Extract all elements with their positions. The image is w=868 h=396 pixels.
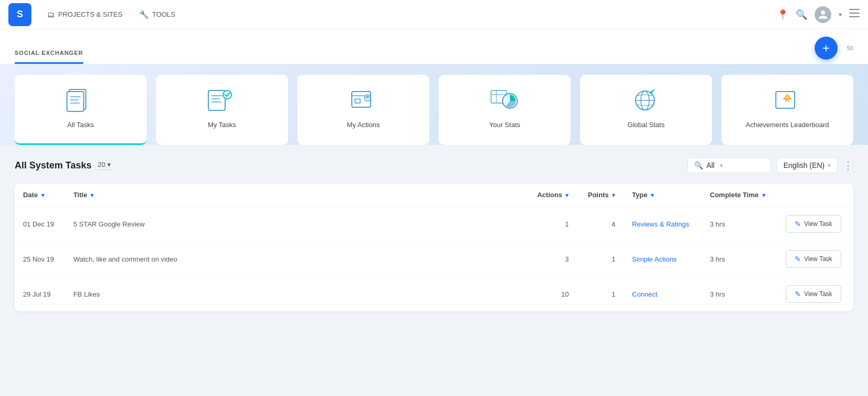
view-task-button-0[interactable]: ✎ View Task bbox=[786, 215, 841, 233]
cell-title-0: 5 STAR Google Review bbox=[65, 207, 526, 242]
avatar[interactable] bbox=[815, 6, 831, 23]
cell-complete-1: 3 hrs bbox=[702, 242, 777, 277]
card-icon-all-tasks bbox=[65, 87, 96, 114]
language-chevron-icon: ▾ bbox=[828, 162, 831, 169]
search-filter[interactable]: 🔍 All ▾ bbox=[687, 157, 771, 173]
col-title[interactable]: Title ▾ bbox=[65, 184, 526, 207]
complete-sort-icon: ▾ bbox=[762, 192, 765, 198]
type-link-2[interactable]: Connect bbox=[632, 290, 657, 298]
type-link-0[interactable]: Reviews & Ratings bbox=[632, 220, 689, 228]
view-task-icon-1: ✎ bbox=[795, 255, 801, 263]
card-icon-your-stats bbox=[489, 87, 520, 114]
svg-rect-15 bbox=[355, 99, 360, 103]
language-select[interactable]: English (EN) ▾ bbox=[776, 157, 838, 173]
topnav-right: 📍 🔍 ▾ bbox=[777, 6, 860, 23]
cell-actions-1: 3 bbox=[526, 242, 577, 277]
card-icon-achievements-leaderboard bbox=[772, 87, 803, 114]
page-title: SOCIAL EXCHANGER bbox=[15, 50, 83, 64]
svg-rect-1 bbox=[849, 13, 860, 14]
location-icon[interactable]: 📍 bbox=[777, 9, 788, 20]
cell-type-1: Simple Actions bbox=[624, 242, 702, 277]
table-title: All System Tasks bbox=[15, 160, 92, 171]
svg-point-17 bbox=[367, 97, 369, 99]
cell-type-0: Reviews & Ratings bbox=[624, 207, 702, 242]
cell-btn-1: ✎ View Task bbox=[777, 242, 853, 277]
svg-rect-8 bbox=[208, 90, 225, 110]
card-your-stats[interactable]: Your Stats bbox=[439, 75, 571, 145]
page-header: SOCIAL EXCHANGER + 50 bbox=[0, 29, 868, 64]
link-icon-projects-sites: 🗂 bbox=[47, 10, 55, 19]
card-my-tasks[interactable]: My Tasks bbox=[156, 75, 288, 145]
title-sort-icon: ▾ bbox=[91, 192, 94, 198]
col-action-btn bbox=[777, 184, 853, 207]
cell-date-0: 01 Dec 19 bbox=[15, 207, 65, 242]
cell-type-2: Connect bbox=[624, 277, 702, 312]
more-options-button[interactable]: ⋮ bbox=[843, 159, 853, 172]
card-label-achievements-leaderboard: Achievements Leaderboard bbox=[746, 121, 829, 129]
card-my-actions[interactable]: My Actions bbox=[297, 75, 429, 145]
table-row: 25 Nov 19 Watch, like and comment on vid… bbox=[15, 242, 853, 277]
view-task-button-1[interactable]: ✎ View Task bbox=[786, 250, 841, 268]
cell-points-2: 1 bbox=[577, 277, 624, 312]
cell-actions-0: 1 bbox=[526, 207, 577, 242]
cell-points-0: 4 bbox=[577, 207, 624, 242]
tasks-table: Date ▾ Title ▾ Actions ▾ Points ▾ bbox=[15, 184, 853, 311]
cards-row: All Tasks My Tasks My Actions bbox=[15, 75, 853, 145]
card-icon-global-stats bbox=[630, 87, 662, 114]
cell-complete-0: 3 hrs bbox=[702, 207, 777, 242]
svg-rect-2 bbox=[849, 16, 860, 17]
filter-all-label: All bbox=[706, 161, 715, 169]
language-label: English (EN) bbox=[783, 161, 825, 169]
per-page-select[interactable]: 20 ▾ bbox=[98, 161, 111, 170]
cell-complete-2: 3 hrs bbox=[702, 277, 777, 312]
table-row: 29 Jul 19 FB Likes 10 1 Connect 3 hrs ✎ … bbox=[15, 277, 853, 312]
table-header-row: Date ▾ Title ▾ Actions ▾ Points ▾ bbox=[15, 184, 853, 207]
svg-rect-26 bbox=[776, 92, 795, 108]
col-actions[interactable]: Actions ▾ bbox=[526, 184, 577, 207]
cell-title-2: FB Likes bbox=[65, 277, 526, 312]
card-achievements-leaderboard[interactable]: Achievements Leaderboard bbox=[721, 75, 853, 145]
user-chevron-icon[interactable]: ▾ bbox=[839, 11, 842, 18]
table-filters: 🔍 All ▾ English (EN) ▾ ⋮ bbox=[687, 157, 853, 173]
filter-search-icon: 🔍 bbox=[694, 161, 703, 169]
cell-title-1: Watch, like and comment on video bbox=[65, 242, 526, 277]
col-date[interactable]: Date ▾ bbox=[15, 184, 65, 207]
topnav: S 🗂PROJECTS & SITES🔧TOOLS 📍 🔍 ▾ bbox=[0, 0, 868, 29]
col-points[interactable]: Points ▾ bbox=[577, 184, 624, 207]
search-icon[interactable]: 🔍 bbox=[796, 9, 807, 20]
card-icon-my-actions bbox=[348, 87, 379, 114]
svg-point-12 bbox=[223, 90, 231, 99]
topnav-link-projects-sites[interactable]: 🗂PROJECTS & SITES bbox=[40, 6, 130, 24]
points-sort-icon: ▾ bbox=[612, 192, 615, 198]
card-global-stats[interactable]: Global Stats bbox=[580, 75, 712, 145]
badge: 50 bbox=[847, 45, 853, 51]
view-task-button-2[interactable]: ✎ View Task bbox=[786, 285, 841, 303]
svg-rect-4 bbox=[67, 92, 84, 111]
date-sort-icon: ▾ bbox=[41, 192, 44, 198]
link-icon-tools: 🔧 bbox=[139, 10, 149, 19]
hamburger-icon[interactable] bbox=[849, 9, 860, 20]
topnav-link-tools[interactable]: 🔧TOOLS bbox=[132, 6, 183, 24]
card-label-all-tasks: All Tasks bbox=[67, 121, 94, 129]
card-label-my-tasks: My Tasks bbox=[208, 121, 236, 129]
card-label-my-actions: My Actions bbox=[347, 121, 380, 129]
main-content: All System Tasks 20 ▾ 🔍 All ▾ English (E… bbox=[0, 145, 868, 324]
card-all-tasks[interactable]: All Tasks bbox=[15, 75, 147, 145]
table-header: All System Tasks 20 ▾ 🔍 All ▾ English (E… bbox=[15, 157, 853, 173]
actions-sort-icon: ▾ bbox=[565, 192, 569, 198]
col-complete-time[interactable]: Complete Time ▾ bbox=[702, 184, 777, 207]
cell-btn-2: ✎ View Task bbox=[777, 277, 853, 312]
type-link-1[interactable]: Simple Actions bbox=[632, 255, 676, 263]
view-task-icon-0: ✎ bbox=[795, 220, 801, 228]
cell-points-1: 1 bbox=[577, 242, 624, 277]
per-page-chevron-icon: ▾ bbox=[107, 161, 111, 168]
filter-chevron-icon: ▾ bbox=[720, 162, 723, 169]
add-button[interactable]: + bbox=[815, 37, 838, 60]
table-row: 01 Dec 19 5 STAR Google Review 1 4 Revie… bbox=[15, 207, 853, 242]
svg-rect-0 bbox=[849, 9, 860, 10]
view-task-icon-2: ✎ bbox=[795, 290, 801, 298]
col-type[interactable]: Type ▾ bbox=[624, 184, 702, 207]
type-sort-icon: ▾ bbox=[651, 192, 654, 198]
logo[interactable]: S bbox=[8, 3, 31, 26]
topnav-links: 🗂PROJECTS & SITES🔧TOOLS bbox=[40, 6, 777, 24]
